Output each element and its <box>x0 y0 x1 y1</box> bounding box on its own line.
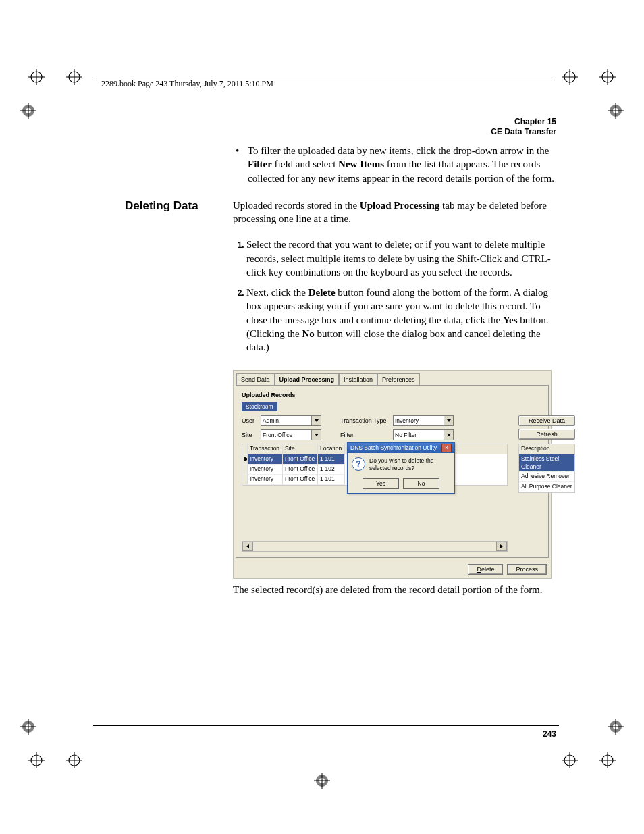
crop-mark <box>28 752 45 768</box>
crop-mark <box>599 752 616 768</box>
chevron-down-icon[interactable] <box>444 430 453 440</box>
dialog-message: Do you wish to delete the selected recor… <box>369 457 450 473</box>
chevron-down-icon[interactable] <box>311 416 321 425</box>
tab-preferences[interactable]: Preferences <box>377 373 420 385</box>
subtab-stockroom[interactable]: Stockroom <box>242 402 277 411</box>
crop-mark <box>599 69 616 85</box>
bullet-text: To filter the uploaded data by new items… <box>248 144 557 185</box>
group-title: Uploaded Records <box>242 391 543 399</box>
chapter-title: CE Data Transfer <box>491 127 556 137</box>
section-intro: Uploaded records stored in the Upload Pr… <box>233 199 557 226</box>
tab-upload-processing[interactable]: Upload Processing <box>275 373 340 385</box>
dialog-title: DNS Batch Synchronization Utility <box>350 444 437 452</box>
svg-marker-45 <box>447 419 451 422</box>
user-combo[interactable] <box>261 415 321 426</box>
crop-mark <box>314 773 330 789</box>
section-title: Deleting Data <box>125 199 233 214</box>
ttype-combo[interactable] <box>393 415 454 426</box>
label-user: User <box>242 417 261 425</box>
question-icon: ? <box>352 457 365 471</box>
header-rule <box>93 76 552 76</box>
crop-mark <box>562 69 578 85</box>
chevron-down-icon[interactable] <box>444 416 453 425</box>
crop-mark <box>608 719 624 735</box>
receive-data-button[interactable]: Receive Data <box>518 415 575 426</box>
confirm-dialog: DNS Batch Synchronization Utility × ? Do… <box>347 442 455 494</box>
svg-marker-46 <box>315 434 319 436</box>
scroll-left-icon[interactable] <box>242 542 253 551</box>
svg-marker-44 <box>315 419 319 422</box>
dialog-no-button[interactable]: No <box>403 478 439 489</box>
label-filter: Filter <box>340 431 393 439</box>
label-ttype: Transaction Type <box>340 417 393 425</box>
figure-caption: The selected record(s) are deleted from … <box>233 583 557 596</box>
refresh-button[interactable]: Refresh <box>518 429 575 440</box>
description-grid[interactable]: Description Stainless Steel Cleaner Adhe… <box>518 444 575 493</box>
scroll-right-icon[interactable] <box>496 542 507 551</box>
crop-mark <box>608 103 624 119</box>
tab-send-data[interactable]: Send Data <box>236 373 275 385</box>
crop-mark <box>28 69 45 85</box>
step-1: Select the record that you want to delet… <box>246 238 557 279</box>
site-combo[interactable] <box>261 429 321 440</box>
crop-mark <box>66 752 82 768</box>
screenshot-figure: Send Data Upload Processing Installation… <box>233 370 552 579</box>
close-icon[interactable]: × <box>441 444 452 452</box>
book-header: 2289.book Page 243 Thursday, July 7, 201… <box>101 79 273 89</box>
tab-installation[interactable]: Installation <box>339 373 377 385</box>
page-number: 243 <box>543 729 556 739</box>
crop-mark <box>66 69 82 85</box>
horizontal-scrollbar[interactable] <box>242 541 508 552</box>
bullet-dot: • <box>233 144 248 185</box>
crop-mark <box>20 719 36 735</box>
svg-marker-49 <box>500 544 503 548</box>
footer-rule <box>93 725 559 726</box>
step-2: Next, click the Delete button found alon… <box>246 286 557 354</box>
delete-button[interactable]: Delete <box>468 564 503 575</box>
svg-marker-47 <box>447 434 451 436</box>
crop-mark <box>20 103 36 119</box>
svg-marker-48 <box>246 544 249 548</box>
process-button[interactable]: Process <box>507 564 547 575</box>
chevron-down-icon[interactable] <box>311 430 321 440</box>
label-site: Site <box>242 431 261 439</box>
filter-combo[interactable] <box>393 429 454 440</box>
crop-mark <box>562 752 578 768</box>
chapter-number: Chapter 15 <box>491 117 556 127</box>
dialog-yes-button[interactable]: Yes <box>363 478 399 489</box>
